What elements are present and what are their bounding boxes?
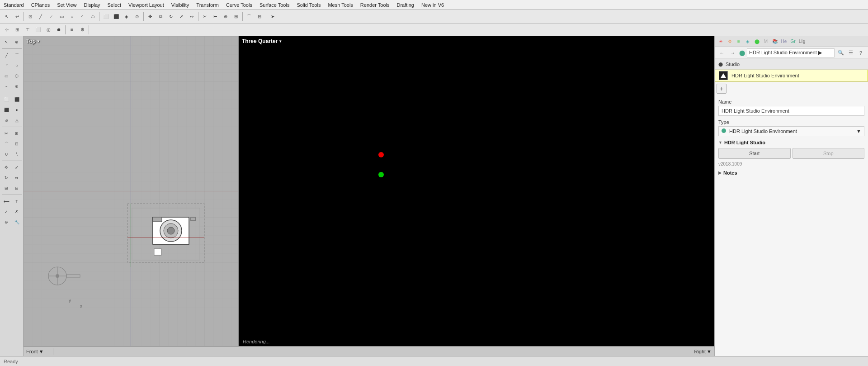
polygon-btn[interactable]: ⬡ xyxy=(12,71,22,81)
bool-union-btn[interactable]: ∪ xyxy=(1,149,11,159)
menu-cplanes[interactable]: CPlanes xyxy=(28,1,54,9)
tab-su[interactable]: ☀ xyxy=(717,38,725,46)
dim-btn[interactable]: ⟵ xyxy=(1,196,11,206)
circle-btn[interactable]: ○ xyxy=(67,12,77,22)
box2-btn[interactable]: ⬛ xyxy=(1,105,11,115)
ellipse-btn[interactable]: ⬭ xyxy=(88,12,98,22)
menu-transform[interactable]: Transform xyxy=(193,1,222,9)
scale-btn[interactable]: ⤢ xyxy=(176,12,186,22)
hdr-stop-btn[interactable]: Stop xyxy=(793,148,865,159)
box-btn[interactable]: ▭ xyxy=(57,12,66,22)
ortho-btn[interactable]: ⊤ xyxy=(23,25,33,35)
rotate2-btn[interactable]: ↻ xyxy=(1,173,11,183)
mirror2-btn[interactable]: ⇔ xyxy=(12,173,22,183)
rp-menu-btn[interactable]: ☰ xyxy=(846,48,855,57)
menu-mesh-tools[interactable]: Mesh Tools xyxy=(324,1,356,9)
surface2-btn[interactable]: ⬜ xyxy=(1,95,11,105)
planar-btn[interactable]: ⬜ xyxy=(33,25,43,35)
select-btn[interactable]: ↖ xyxy=(1,37,11,47)
layers-btn[interactable]: ≡ xyxy=(67,25,77,35)
copy-btn[interactable]: ⧉ xyxy=(156,12,165,22)
tab-pr[interactable]: ⚙ xyxy=(726,38,734,46)
menu-surface-tools[interactable]: Surface Tools xyxy=(256,1,293,9)
helix-btn[interactable]: ⊛ xyxy=(12,81,22,91)
cylinder-btn[interactable]: ⌀ xyxy=(1,115,11,125)
tab-he[interactable]: He xyxy=(780,38,788,46)
select-tool-btn[interactable]: ↖ xyxy=(2,12,12,22)
point-btn[interactable]: ⊡ xyxy=(25,12,35,22)
sphere-btn[interactable]: ● xyxy=(12,105,22,115)
right-label[interactable]: Right ▼ xyxy=(694,349,712,354)
tab-la[interactable]: ≡ xyxy=(735,38,743,46)
tab-gr[interactable]: Gr xyxy=(789,38,797,46)
menu-drafting[interactable]: Drafting xyxy=(393,1,418,9)
check-btn[interactable]: ✓ xyxy=(1,207,11,217)
snap-btn[interactable]: ◎ xyxy=(43,25,53,35)
fillet-btn[interactable]: ⌒ xyxy=(244,12,254,22)
menu-display[interactable]: Display xyxy=(80,1,104,9)
scale2-btn[interactable]: ⤢ xyxy=(12,162,22,172)
join-btn[interactable]: ⊕ xyxy=(221,12,231,22)
threequarter-viewport-label[interactable]: Three Quarter ▼ xyxy=(242,38,282,44)
hdr-environment-item[interactable]: HDR Light Studio Environment xyxy=(715,70,868,81)
offset-btn[interactable]: ⊟ xyxy=(255,12,264,22)
hdr-start-btn[interactable]: Start xyxy=(718,148,791,159)
loft-btn[interactable]: ◈ xyxy=(122,12,132,22)
extrude-btn[interactable]: ⬛ xyxy=(111,12,121,22)
split-btn[interactable]: ⊢ xyxy=(210,12,220,22)
menu-setview[interactable]: Set View xyxy=(53,1,80,9)
tab-re[interactable]: ⬤ xyxy=(753,38,761,46)
menu-solid-tools[interactable]: Solid Tools xyxy=(293,1,324,9)
curve-btn[interactable]: ⌒ xyxy=(12,50,22,60)
line-btn[interactable]: ╱ xyxy=(36,12,46,22)
top-viewport-label[interactable]: Top ▼ xyxy=(26,38,40,44)
add-button[interactable]: + xyxy=(717,84,726,94)
repair-btn[interactable]: 🔧 xyxy=(12,217,22,227)
analysis-btn[interactable]: ⊚ xyxy=(1,217,11,227)
gumball-btn[interactable]: ⊕ xyxy=(12,37,22,47)
fillet2-btn[interactable]: ⌒ xyxy=(1,139,11,149)
name-value[interactable]: HDR Light Studio Environment xyxy=(718,106,864,116)
menu-visibility[interactable]: Visibility xyxy=(168,1,193,9)
surface-btn[interactable]: ⬜ xyxy=(101,12,111,22)
menu-standard[interactable]: Standard xyxy=(0,1,28,9)
hdr-section-header[interactable]: ▼ HDR Light Studio xyxy=(718,140,864,145)
arc2-btn[interactable]: ◜ xyxy=(1,61,11,71)
nav-back-btn[interactable]: ← xyxy=(717,48,726,57)
front-label[interactable]: Front ▼ xyxy=(26,349,44,354)
record-btn[interactable]: ⏺ xyxy=(54,25,64,35)
menu-new-in-v6[interactable]: New in V6 xyxy=(418,1,448,9)
join2-btn[interactable]: ⊞ xyxy=(12,128,22,138)
notes-header[interactable]: ▶ Notes xyxy=(718,170,864,176)
array-btn[interactable]: ⊞ xyxy=(1,183,11,193)
properties-btn[interactable]: ⚙ xyxy=(77,25,87,35)
tab-lib[interactable]: 📚 xyxy=(771,38,779,46)
menu-curve-tools[interactable]: Curve Tools xyxy=(222,1,256,9)
text-btn[interactable]: T xyxy=(12,196,22,206)
group-btn[interactable]: ⊟ xyxy=(12,183,22,193)
rp-help-btn[interactable]: ? xyxy=(856,48,865,57)
tab-lig[interactable]: Lig xyxy=(798,38,806,46)
x-btn[interactable]: ✗ xyxy=(12,207,22,217)
move-btn[interactable]: ✥ xyxy=(145,12,155,22)
trim2-btn[interactable]: ✂ xyxy=(1,128,11,138)
offset2-btn[interactable]: ⊟ xyxy=(12,139,22,149)
undo-btn[interactable]: ↩ xyxy=(12,12,22,22)
arrow-btn[interactable]: ➤ xyxy=(268,12,278,22)
nav-forward-btn[interactable]: → xyxy=(728,48,737,57)
revolve-btn[interactable]: ⊙ xyxy=(132,12,142,22)
osnap-btn[interactable]: ⊹ xyxy=(2,25,12,35)
cone-btn[interactable]: △ xyxy=(12,115,22,125)
trim-btn[interactable]: ✂ xyxy=(200,12,210,22)
viewport-threequarter[interactable]: Three Quarter ▼ Rendering... xyxy=(239,36,714,346)
line-draw-btn[interactable]: ╱ xyxy=(1,50,11,60)
mirror-btn[interactable]: ⇔ xyxy=(187,12,197,22)
viewport-top[interactable]: Top ▼ xyxy=(24,36,239,346)
free-curve-btn[interactable]: ~ xyxy=(1,81,11,91)
arc-btn[interactable]: ◜ xyxy=(77,12,87,22)
bool-diff-btn[interactable]: ∖ xyxy=(12,149,22,159)
circle2-btn[interactable]: ○ xyxy=(12,61,22,71)
rp-search-btn[interactable]: 🔍 xyxy=(836,48,845,57)
tab-en[interactable]: ◈ xyxy=(744,38,752,46)
rect-btn[interactable]: ▭ xyxy=(1,71,11,81)
